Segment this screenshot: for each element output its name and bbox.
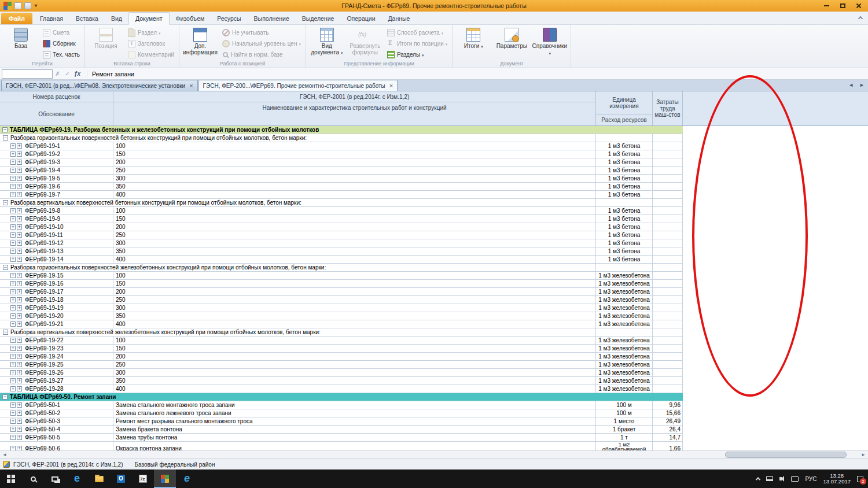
expand-icon[interactable]: + [10,281,16,286]
expand-icon[interactable]: + [10,354,16,359]
ribbon-tab-resources[interactable]: Ресурсы [211,13,247,24]
expand-icon[interactable]: + [17,257,22,262]
expand-icon[interactable]: + [10,184,16,189]
scrollbar-left-icon[interactable] [1,451,9,459]
collapse-icon[interactable]: − [3,265,8,270]
estimate-row[interactable]: ++ФЕРр69-50-1Замена стального монтажного… [0,401,683,409]
expand-icon[interactable]: + [17,289,22,294]
estimate-row[interactable]: ++ФЕРр69-19-21501 м3 бетона [0,150,683,158]
estimate-row[interactable]: ++ФЕРр69-50-2Замена стального лежневого … [0,409,683,417]
expand-icon[interactable]: + [17,273,22,278]
extra-info-button[interactable]: Доп. информация [181,26,219,61]
expand-icon[interactable]: + [17,427,22,432]
expand-icon[interactable]: + [17,208,22,213]
expand-icon[interactable]: + [10,249,16,254]
sections-button[interactable]: Разделы ▾ [384,49,450,60]
cancel-icon[interactable] [53,71,62,77]
scroll-right-icon[interactable] [859,82,865,88]
horizontal-scrollbar[interactable] [0,450,868,459]
expand-icon[interactable]: + [17,249,22,254]
expand-icon[interactable]: + [10,435,16,440]
volume-icon[interactable] [779,477,782,480]
expand-icon[interactable]: + [10,446,16,450]
ribbon-tab-data[interactable]: Данные [382,13,417,24]
estimate-row[interactable]: ++ФЕРр69-19-74001 м3 бетона [0,191,683,199]
estimate-row[interactable]: ++ФЕРр69-19-32001 м3 бетона [0,158,683,167]
expand-icon[interactable]: + [17,411,22,416]
estimate-row[interactable]: ++ФЕРр69-19-263001 м3 железобетона [0,369,683,377]
expand-icon[interactable]: + [17,151,22,157]
section-button[interactable]: Раздел ▾ [125,27,177,38]
document-view-button[interactable]: Вид документа ▾ [308,26,346,61]
section-header-row[interactable]: −ТАБЛИЦА ФЕРр69-19. Разборка бетонных и … [0,126,683,134]
collapse-icon[interactable]: − [3,200,8,205]
ribbon-tab-file[interactable]: Файл [1,13,32,24]
tech-part-button[interactable]: Тех. часть [40,49,83,60]
collapse-icon[interactable]: − [2,127,8,132]
estimate-row[interactable]: ++ФЕРр69-19-231501 м3 железобетона [0,345,683,353]
scroll-left-icon[interactable] [848,82,854,88]
expand-icon[interactable]: + [10,289,16,294]
expand-icon[interactable]: + [17,435,22,440]
expand-icon[interactable]: + [10,168,16,173]
expand-icon[interactable]: + [17,281,22,286]
expand-icon[interactable]: + [17,370,22,375]
expand-icon[interactable]: + [10,216,16,221]
taskbar-start-button[interactable] [0,469,22,488]
name-box-input[interactable] [2,69,53,79]
action-center-icon[interactable]: 2 [857,476,863,482]
expand-icon[interactable]: + [17,192,22,197]
ribbon-tab-home[interactable]: Главная [34,13,69,24]
find-in-base-button[interactable]: Найти в норм. базе [219,49,304,60]
ribbon-tab-insert[interactable]: Вставка [69,13,105,24]
close-button[interactable] [851,0,867,12]
expand-icon[interactable]: + [17,446,22,450]
network-icon[interactable] [766,476,773,481]
expand-icon[interactable]: + [10,273,16,278]
expand-icon[interactable]: + [17,168,22,173]
taskbar-search-button[interactable] [22,469,44,488]
expand-icon[interactable]: + [10,208,16,213]
expand-icon[interactable]: + [17,232,22,238]
estimate-row[interactable]: ++ФЕРр69-19-81001 м3 бетона [0,207,683,215]
qat-dropdown-icon[interactable] [34,5,38,7]
fx-icon[interactable] [72,71,82,77]
ribbon-tab-phys-volume[interactable]: Физобъем [170,13,211,24]
estimate-row[interactable]: ++ФЕРр69-50-4Замена бракета понтона1 бра… [0,426,683,434]
collapse-ribbon-icon[interactable] [858,16,863,21]
section-header-row[interactable]: −ТАБЛИЦА ФЕРр69-50. Ремонт запани [0,393,683,401]
expand-formulas-button[interactable]: Развернуть формулы [346,26,384,61]
group-row[interactable]: −Разборка вертикальных поверхностей бето… [0,199,683,207]
base-price-level-button[interactable]: Начальный уровень цен ▾ [219,38,304,49]
estimate-row[interactable]: ++ФЕРр69-19-144001 м3 бетона [0,256,683,264]
estimate-row[interactable]: ++ФЕРр69-19-221001 м3 железобетона [0,337,683,345]
taskbar-outlook-button[interactable] [110,469,132,488]
expand-icon[interactable]: + [17,305,22,310]
expand-icon[interactable]: + [17,184,22,189]
document-tab[interactable]: ГЭСН, ФЕР-200...\ФЕРр69. Прочие ремонтно… [198,80,398,91]
base-button[interactable]: База [2,26,40,61]
estimate-row[interactable]: ++ФЕРр69-19-182501 м3 железобетона [0,296,683,304]
ribbon-tab-execution[interactable]: Выполнение [248,13,296,24]
position-totals-button[interactable]: Итоги по позиции ▾ [384,38,450,49]
expand-icon[interactable]: + [17,241,22,246]
estimate-row[interactable]: ++ФЕРр69-19-242001 м3 железобетона [0,353,683,361]
estimate-row[interactable]: ++ФЕРр69-19-273501 м3 железобетона [0,377,683,385]
expand-icon[interactable]: + [17,321,22,327]
ribbon-tab-operations[interactable]: Операции [340,13,381,24]
qat-icon[interactable] [14,2,21,9]
estimate-row[interactable]: ++ФЕРр69-19-193001 м3 железобетона [0,304,683,312]
expand-icon[interactable]: + [10,338,16,343]
expand-icon[interactable]: + [17,313,22,319]
expand-icon[interactable]: + [17,378,22,383]
expand-icon[interactable]: + [10,321,16,327]
estimate-row[interactable]: ++ФЕРр69-19-42501 м3 бетона [0,167,683,175]
estimate-row[interactable]: ++ФЕРр69-19-53001 м3 бетона [0,175,683,183]
estimate-row[interactable]: ++ФЕРр69-19-63501 м3 бетона [0,183,683,191]
collapse-icon[interactable]: − [3,135,8,141]
language-indicator[interactable]: РУС [805,476,816,482]
calc-method-button[interactable]: Способ расчета ▾ [384,27,450,38]
scrollbar-right-icon[interactable] [859,451,867,459]
taskbar-internet-explorer-button[interactable] [176,469,198,488]
expand-icon[interactable]: + [10,419,16,424]
